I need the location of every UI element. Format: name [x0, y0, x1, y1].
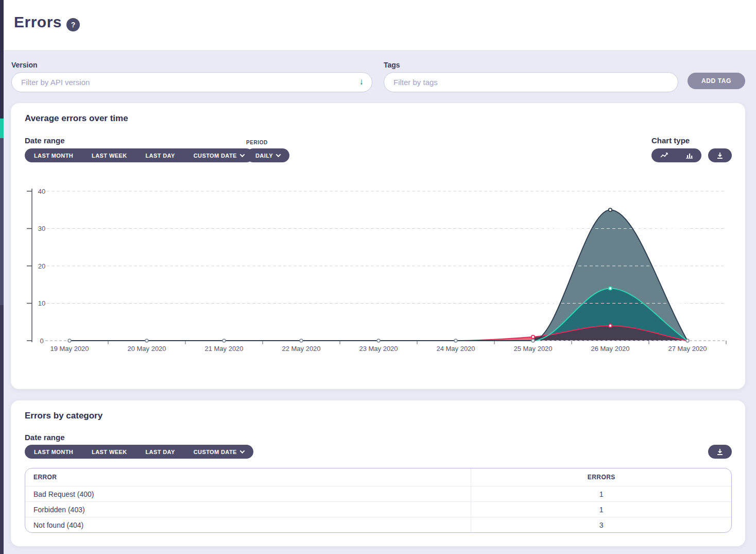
- date-range-label: Date range: [25, 136, 65, 145]
- sidebar-edge-mid: [0, 138, 4, 305]
- line-chart-button[interactable]: [653, 148, 676, 162]
- last-month-button[interactable]: LAST MONTH: [25, 148, 82, 162]
- chevron-down-icon: [239, 152, 245, 157]
- errors-column-header: ERRORS: [471, 468, 731, 486]
- date-range-label: Date range: [25, 433, 65, 442]
- error-count: 1: [471, 502, 731, 517]
- chevron-down-icon: [239, 448, 245, 454]
- period-daily-button[interactable]: DAILY: [246, 148, 289, 162]
- svg-text:40: 40: [38, 188, 45, 195]
- chart-type-label: Chart type: [651, 136, 690, 145]
- line-chart-icon: [660, 152, 668, 159]
- svg-text:30: 30: [38, 225, 45, 232]
- category-card-title: Errors by category: [25, 411, 102, 421]
- sidebar-edge: [0, 0, 4, 554]
- version-label: Version: [11, 61, 38, 69]
- page-header: Errors ?: [4, 0, 756, 50]
- errors-by-category-card: Errors by category Date range LAST MONTH…: [11, 400, 745, 546]
- tags-label: Tags: [384, 61, 400, 69]
- download-table-button[interactable]: [716, 445, 724, 459]
- error-count: 3: [471, 517, 731, 532]
- error-name: Bad Request (400): [25, 486, 471, 501]
- chart-type-group: [651, 148, 701, 162]
- help-icon[interactable]: ?: [66, 18, 80, 31]
- bar-chart-icon: [685, 152, 693, 159]
- date-range-group: LAST MONTH LAST WEEK LAST DAY CUSTOM DAT…: [25, 148, 253, 162]
- svg-text:0: 0: [40, 337, 43, 345]
- error-name: Forbidden (403): [25, 502, 471, 517]
- download-icon: [716, 152, 724, 159]
- dropdown-arrow-icon[interactable]: ↓: [359, 77, 364, 87]
- chevron-down-icon: [276, 152, 281, 157]
- version-input[interactable]: [21, 78, 363, 87]
- svg-text:21 May 2020: 21 May 2020: [204, 345, 243, 352]
- custom-date-button[interactable]: CUSTOM DATE: [184, 445, 253, 459]
- last-day-button[interactable]: LAST DAY: [136, 148, 184, 162]
- error-column-header: ERROR: [25, 468, 471, 486]
- download-icon: [716, 448, 724, 456]
- errors-over-time-card: Average errors over time Date range LAST…: [11, 103, 745, 389]
- svg-text:24 May 2020: 24 May 2020: [436, 345, 475, 352]
- filter-bar: Version ↓ Tags ADD TAG: [0, 50, 756, 103]
- download-table-group: [708, 445, 732, 459]
- version-select[interactable]: ↓: [11, 72, 372, 92]
- svg-text:20: 20: [38, 262, 45, 270]
- period-label: PERIOD: [246, 140, 268, 145]
- date-range-group: LAST MONTH LAST WEEK LAST DAY CUSTOM DAT…: [25, 445, 253, 459]
- bar-chart-button[interactable]: [678, 148, 700, 162]
- error-count: 1: [471, 486, 731, 501]
- svg-text:10: 10: [38, 299, 45, 307]
- last-day-button[interactable]: LAST DAY: [136, 445, 184, 459]
- table-row[interactable]: Bad Request (400) 1: [25, 486, 731, 501]
- sidebar-edge-bottom: [0, 305, 4, 554]
- download-chart-button[interactable]: [716, 148, 724, 162]
- custom-date-button[interactable]: CUSTOM DATE: [184, 148, 253, 162]
- tags-input[interactable]: [393, 78, 668, 87]
- period-select: DAILY: [246, 148, 289, 162]
- chart-card-title: Average errors over time: [25, 113, 128, 124]
- table-row[interactable]: Not found (404) 3: [25, 517, 731, 532]
- errors-over-time-chart: 01020304019 May 202020 May 202021 May 20…: [15, 184, 742, 358]
- tags-field[interactable]: [384, 72, 678, 92]
- error-name: Not found (404): [25, 517, 471, 532]
- svg-text:26 May 2020: 26 May 2020: [591, 345, 629, 352]
- download-chart-group: [708, 148, 732, 162]
- sidebar-active-indicator: [0, 119, 4, 138]
- errors-by-category-table: ERROR ERRORS Bad Request (400) 1 Forbidd…: [25, 468, 732, 533]
- svg-text:20 May 2020: 20 May 2020: [127, 345, 166, 352]
- last-week-button[interactable]: LAST WEEK: [82, 445, 136, 459]
- add-tag-button[interactable]: ADD TAG: [688, 73, 745, 89]
- table-header-row: ERROR ERRORS: [25, 468, 731, 486]
- sidebar-edge-top: [0, 0, 4, 119]
- page-title: Errors: [14, 13, 62, 31]
- svg-text:25 May 2020: 25 May 2020: [513, 345, 552, 352]
- svg-text:19 May 2020: 19 May 2020: [50, 345, 89, 352]
- svg-text:23 May 2020: 23 May 2020: [359, 345, 398, 352]
- svg-text:22 May 2020: 22 May 2020: [282, 345, 320, 352]
- last-week-button[interactable]: LAST WEEK: [82, 148, 136, 162]
- table-row[interactable]: Forbidden (403) 1: [25, 501, 731, 517]
- svg-text:27 May 2020: 27 May 2020: [668, 345, 707, 352]
- last-month-button[interactable]: LAST MONTH: [25, 445, 82, 459]
